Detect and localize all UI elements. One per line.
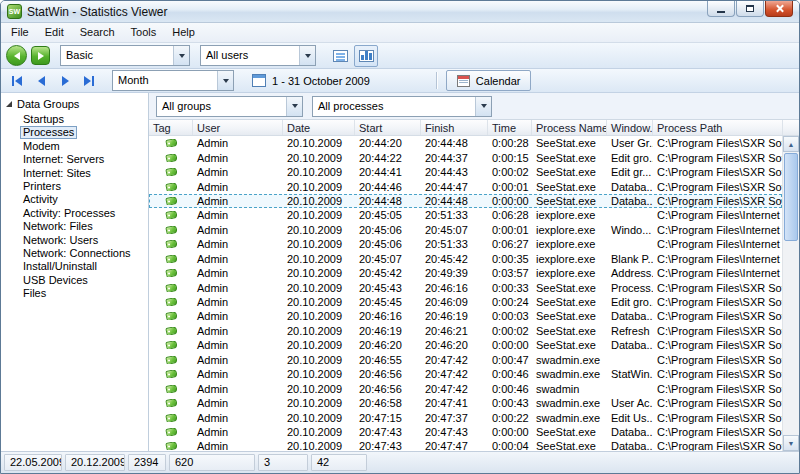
view-combo[interactable]: Basic <box>60 45 190 66</box>
previous-period-button[interactable] <box>30 71 52 91</box>
groups-filter-dropdown[interactable] <box>286 97 302 116</box>
cell-window-caption: User Gr... <box>607 137 653 149</box>
maximize-button[interactable] <box>736 1 764 17</box>
tag-cell <box>149 154 193 162</box>
table-row[interactable]: Admin20.10.200920:44:2220:44:370:00:15Se… <box>149 150 782 164</box>
table-view-button[interactable] <box>328 45 352 67</box>
date-range-display: 1 - 31 October 2009 <box>244 74 378 87</box>
arrow-right-icon <box>38 52 44 60</box>
table-row[interactable]: Admin20.10.200920:45:0520:51:330:06:28ie… <box>149 208 782 222</box>
column-header-date[interactable]: Date <box>283 120 355 135</box>
table-row[interactable]: Admin20.10.200920:45:0620:45:070:00:01ie… <box>149 223 782 237</box>
table-row[interactable]: Admin20.10.200920:46:5620:47:420:00:46sw… <box>149 367 782 381</box>
table-row[interactable]: Admin20.10.200920:44:4820:44:480:00:00Se… <box>149 194 782 208</box>
last-period-button[interactable] <box>78 71 100 91</box>
menu-item-search[interactable]: Search <box>72 23 123 42</box>
table-row[interactable]: Admin20.10.200920:45:0720:45:420:00:35ie… <box>149 252 782 266</box>
forward-button[interactable] <box>31 46 50 65</box>
minimize-button[interactable] <box>707 1 735 17</box>
column-header-process-path[interactable]: Process Path <box>653 120 783 135</box>
sidebar-item-network-files[interactable]: Network: Files <box>1 220 148 233</box>
menu-item-help[interactable]: Help <box>164 23 203 42</box>
tag-icon <box>165 442 177 450</box>
table-row[interactable]: Admin20.10.200920:46:5820:47:410:00:43sw… <box>149 396 782 410</box>
column-header-tag[interactable]: Tag <box>149 120 193 135</box>
table-row[interactable]: Admin20.10.200920:44:2020:44:480:00:28Se… <box>149 136 782 150</box>
table-row[interactable]: Admin20.10.200920:45:4520:46:090:00:24Se… <box>149 295 782 309</box>
sidebar-item-internet-sites[interactable]: Internet: Sites <box>1 167 148 180</box>
cell-process-name: SeeStat.exe <box>532 339 607 351</box>
sidebar-item-install-uninstall[interactable]: Install/Uninstall <box>1 260 148 273</box>
processes-filter-combo[interactable]: All processes <box>312 96 492 117</box>
cell-finish: 20:51:33 <box>421 209 488 221</box>
menu-item-edit[interactable]: Edit <box>37 23 72 42</box>
cell-process-path: C:\Program Files\SXR Softw... <box>653 296 782 308</box>
back-button[interactable] <box>6 45 27 66</box>
vertical-scrollbar[interactable]: ▲ ▼ <box>782 136 799 451</box>
sidebar-item-activity[interactable]: Activity <box>1 193 148 206</box>
sidebar-item-network-users[interactable]: Network: Users <box>1 234 148 247</box>
title-bar[interactable]: SW StatWin - Statistics Viewer <box>1 1 799 23</box>
scrollbar-track[interactable] <box>783 152 799 435</box>
column-header-window[interactable]: Window... <box>607 120 653 135</box>
table-row[interactable]: Admin20.10.200920:46:1920:46:210:00:02Se… <box>149 324 782 338</box>
scroll-down-button[interactable]: ▼ <box>783 435 799 451</box>
sidebar-item-internet-servers[interactable]: Internet: Servers <box>1 153 148 166</box>
table-row[interactable]: Admin20.10.200920:47:1520:47:370:00:22sw… <box>149 410 782 424</box>
sidebar-item-network-connections[interactable]: Network: Connections <box>1 247 148 260</box>
scrollbar-thumb[interactable] <box>784 153 798 241</box>
sidebar-item-modem[interactable]: Modem <box>1 140 148 153</box>
table-row[interactable]: Admin20.10.200920:47:4320:47:470:00:04Se… <box>149 439 782 451</box>
sidebar-item-activity-processes[interactable]: Activity: Processes <box>1 207 148 220</box>
table-row[interactable]: Admin20.10.200920:45:4320:46:160:00:33Se… <box>149 280 782 294</box>
column-header-start[interactable]: Start <box>355 120 421 135</box>
column-header-process-name[interactable]: Process Name <box>532 120 607 135</box>
chart-view-button[interactable] <box>354 45 378 67</box>
calendar-button[interactable]: Calendar <box>446 70 532 91</box>
scroll-up-button[interactable]: ▲ <box>783 136 799 152</box>
table-row[interactable]: Admin20.10.200920:44:4620:44:470:00:01Se… <box>149 179 782 193</box>
cell-window-caption: StatWin... <box>607 368 653 380</box>
close-button[interactable] <box>765 1 793 17</box>
column-header-time[interactable]: Time <box>488 120 532 135</box>
tag-cell <box>149 139 193 147</box>
groups-filter-combo[interactable]: All groups <box>156 96 303 117</box>
expand-triangle-icon <box>6 101 12 107</box>
cell-process-path: C:\Program Files\SXR Softw... <box>653 137 782 149</box>
sidebar-item-files[interactable]: Files <box>1 287 148 300</box>
cell-start: 20:46:58 <box>355 397 421 409</box>
column-header-finish[interactable]: Finish <box>421 120 488 135</box>
cell-date: 20.10.2009 <box>283 195 355 207</box>
processes-filter-dropdown[interactable] <box>475 97 491 116</box>
period-combo-dropdown[interactable] <box>217 71 233 90</box>
table-row[interactable]: Admin20.10.200920:46:1620:46:190:00:03Se… <box>149 309 782 323</box>
table-row[interactable]: Admin20.10.200920:46:2020:46:200:00:00Se… <box>149 338 782 352</box>
table-row[interactable]: Admin20.10.200920:47:4320:47:430:00:00Se… <box>149 425 782 439</box>
table-row[interactable]: Admin20.10.200920:44:4120:44:430:00:02Se… <box>149 165 782 179</box>
menu-item-tools[interactable]: Tools <box>123 23 165 42</box>
sidebar: Data Groups StartupsProcessesModemIntern… <box>1 93 149 451</box>
table-row[interactable]: Admin20.10.200920:45:4220:49:390:03:57ie… <box>149 266 782 280</box>
sidebar-item-processes[interactable]: Processes <box>1 126 148 139</box>
table-row[interactable]: Admin20.10.200920:45:0620:51:330:06:27ie… <box>149 237 782 251</box>
users-combo-dropdown[interactable] <box>299 46 315 65</box>
menu-item-file[interactable]: File <box>3 23 37 42</box>
tag-icon <box>165 341 177 349</box>
column-header-user[interactable]: User <box>193 120 283 135</box>
first-period-button[interactable] <box>6 71 28 91</box>
status-cell-1: 20.12.2009 <box>65 454 125 471</box>
cell-finish: 20:49:39 <box>421 267 488 279</box>
tree-root-data-groups[interactable]: Data Groups <box>1 96 148 113</box>
period-combo[interactable]: Month <box>112 70 234 91</box>
view-combo-dropdown[interactable] <box>173 46 189 65</box>
next-period-button[interactable] <box>54 71 76 91</box>
table-row[interactable]: Admin20.10.200920:46:5520:47:420:00:47sw… <box>149 353 782 367</box>
users-combo[interactable]: All users <box>200 45 316 66</box>
table-row[interactable]: Admin20.10.200920:46:5620:47:420:00:46sw… <box>149 381 782 395</box>
sidebar-item-printers[interactable]: Printers <box>1 180 148 193</box>
sidebar-item-startups[interactable]: Startups <box>1 113 148 126</box>
sidebar-item-usb-devices[interactable]: USB Devices <box>1 274 148 287</box>
cell-process-name: iexplore.exe <box>532 224 607 236</box>
cell-time: 0:00:00 <box>488 339 532 351</box>
sidebar-item-label: Processes <box>20 126 77 139</box>
